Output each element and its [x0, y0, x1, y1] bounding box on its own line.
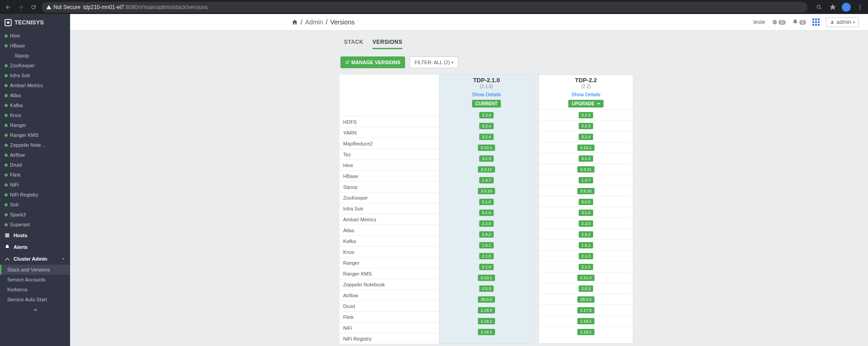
sidebar-item-airflow[interactable]: Airflow [0, 150, 70, 160]
nav-cluster-admin[interactable]: Cluster Admin [0, 253, 70, 265]
version-badge: 0.10.1 [478, 275, 495, 281]
bookmark-icon[interactable] [828, 3, 837, 12]
sidebar-item-atlas[interactable]: Atlas [0, 90, 70, 100]
user-dropdown[interactable]: admin ▾ [826, 17, 859, 27]
service-row-label: HBase [340, 170, 439, 181]
cluster-name[interactable]: teste [753, 19, 765, 25]
version-cell: 3.1.0 [539, 207, 633, 218]
forward-button[interactable] [16, 3, 25, 12]
svg-point-3 [859, 6, 860, 7]
alerts-button[interactable]: 0 [792, 19, 807, 25]
version-badge: 2.8.2 [479, 231, 494, 238]
service-row-label: Kafka [340, 235, 439, 246]
sidebar-item-label: Druid [10, 162, 22, 168]
service-row-label: Knox [340, 246, 439, 257]
sidebar-item-flink[interactable]: Flink [0, 170, 70, 180]
version-badge: 3.2.4 [579, 134, 593, 140]
version-badge: 2.1.0 [579, 253, 593, 259]
tab-stack[interactable]: STACK [344, 37, 363, 49]
version-badge: 2.4.11 [478, 166, 495, 173]
version-badge: 3.2.4 [579, 112, 593, 118]
apps-icon[interactable] [812, 19, 820, 26]
service-row-label: Atlas [340, 224, 439, 235]
status-dot [5, 64, 8, 67]
version-sub: (2.1.0) [439, 84, 533, 89]
crumb-admin[interactable]: Admin [305, 19, 323, 26]
nav-hosts[interactable]: Hosts [0, 229, 70, 241]
url-bar[interactable]: Not Secure tdp210-mn01-el7:8080/#/main/a… [42, 2, 807, 13]
upgrade-button[interactable]: UPGRADE [568, 100, 604, 108]
service-row-label: Flink [340, 311, 439, 322]
sidebar-item-nifi-registry[interactable]: NiFi Registry [0, 190, 70, 200]
status-dot [5, 173, 8, 177]
version-cell: 2.1.0 [439, 250, 533, 261]
version-cell: 0.1.0 [439, 196, 533, 207]
sidebar-item-kafka[interactable]: Kafka [0, 100, 70, 110]
sidebar-item-label: Superset [10, 222, 30, 227]
version-cell: 3.2.4 [439, 120, 533, 131]
sidebar-item-ranger[interactable]: Ranger [0, 120, 70, 130]
version-cell: 1.19.1 [439, 315, 533, 326]
subnav-service-auto-start[interactable]: Service Auto Start [0, 295, 70, 304]
user-icon [830, 20, 835, 24]
zoom-icon[interactable] [815, 3, 824, 12]
sidebar-item-zeppelin-note-[interactable]: Zeppelin Note… [0, 140, 70, 150]
version-cell: 3.1.3 [439, 153, 533, 164]
sidebar-item-zookeeper[interactable]: ZooKeeper [0, 61, 70, 70]
sidebar-item-hbase[interactable]: HBase [0, 41, 70, 51]
nav-alerts[interactable]: Alerts [0, 241, 70, 253]
sidebar-item-infra-solr[interactable]: Infra Solr [0, 70, 70, 80]
sidebar-item-ambari-metrics[interactable]: Ambari Metrics [0, 80, 70, 90]
brand[interactable]: TECNISYS [0, 14, 70, 31]
show-details-link[interactable]: Show Details [571, 92, 600, 97]
current-button[interactable]: CURRENT [472, 100, 501, 108]
version-badge: 25.0.0 [577, 296, 594, 303]
sidebar-item-label: Kafka [10, 103, 23, 108]
sidebar: TECNISYS HiveHBaseSqoopZooKeeperInfra So… [0, 14, 70, 346]
external-link-icon [345, 60, 349, 65]
version-cell: 1.19.1 [539, 326, 633, 337]
version-cell: 0.10.1 [439, 142, 533, 153]
kebab-icon[interactable] [855, 3, 864, 12]
show-details-link[interactable]: Show Details [472, 92, 501, 97]
ops-button[interactable]: 0 [771, 19, 786, 25]
sidebar-item-nifi[interactable]: NiFi [0, 180, 70, 190]
service-row-label: ZooKeeper [340, 192, 439, 203]
service-row-label: Airflow [340, 290, 439, 300]
sidebar-item-ranger-kms[interactable]: Ranger KMS [0, 130, 70, 140]
sidebar-item-label: Ranger [10, 122, 26, 128]
status-dot [5, 94, 8, 97]
tab-versions[interactable]: VERSIONS [373, 37, 402, 49]
back-button[interactable] [4, 3, 13, 12]
version-badge: 0.11.0 [577, 275, 594, 281]
version-badge: 2.5.3 [479, 285, 494, 292]
sidebar-item-label: NiFi [10, 182, 19, 187]
filter-dropdown[interactable]: FILTER: ALL (2) ▾ [410, 56, 458, 68]
sidebar-item-solr[interactable]: Solr [0, 200, 70, 210]
sidebar-item-label: Flink [10, 172, 20, 178]
version-cell: 3.2.4 [539, 109, 633, 120]
reload-button[interactable] [29, 3, 38, 12]
subnav-service-accounts[interactable]: Service Accounts [0, 275, 70, 285]
sidebar-item-spark3[interactable]: Spark3 [0, 210, 70, 220]
svg-rect-5 [5, 234, 9, 234]
status-dot [5, 193, 8, 196]
status-dot [5, 84, 8, 87]
sidebar-item-hive[interactable]: Hive [0, 31, 70, 41]
collapse-sidebar-button[interactable] [0, 304, 70, 315]
status-dot [5, 134, 8, 137]
manage-versions-button[interactable]: MANAGE VERSIONS [340, 56, 405, 68]
version-cell: 2.8.2 [439, 229, 533, 239]
sidebar-item-superset[interactable]: Superset [0, 220, 70, 229]
version-badge: 1.4.7 [579, 177, 593, 183]
sidebar-item-druid[interactable]: Druid [0, 160, 70, 170]
version-cell: 1.18.0 [439, 304, 533, 315]
sidebar-item-knox[interactable]: Knox [0, 110, 70, 120]
subnav-kerberos[interactable]: Kerberos [0, 285, 70, 295]
version-badge: 3.1.0 [579, 210, 593, 216]
subnav-stack-and-versions[interactable]: Stack and Versions [0, 265, 70, 275]
version-badge: 1.6.1 [579, 242, 593, 248]
sidebar-item-sqoop[interactable]: Sqoop [0, 51, 70, 61]
home-icon[interactable] [292, 19, 298, 25]
profile-avatar[interactable] [842, 3, 851, 12]
